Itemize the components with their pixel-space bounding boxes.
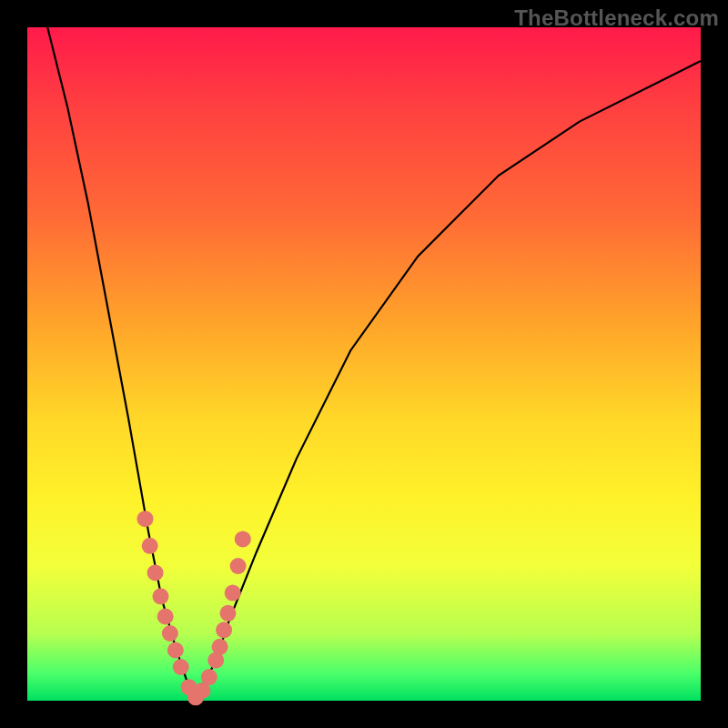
marker-group bbox=[137, 511, 251, 705]
bottleneck-curve bbox=[47, 27, 701, 701]
data-marker bbox=[235, 531, 251, 547]
data-marker bbox=[230, 558, 247, 574]
data-marker bbox=[167, 642, 184, 659]
data-marker bbox=[137, 511, 154, 527]
data-marker bbox=[142, 538, 158, 554]
data-marker bbox=[201, 669, 217, 685]
data-marker bbox=[225, 585, 241, 602]
data-marker bbox=[157, 609, 174, 625]
data-marker bbox=[147, 564, 164, 581]
chart-frame: TheBottleneck.com bbox=[0, 0, 728, 728]
data-marker bbox=[153, 588, 169, 604]
data-marker bbox=[216, 622, 232, 638]
data-marker bbox=[173, 659, 189, 675]
plot-area bbox=[27, 27, 701, 701]
curve-svg bbox=[27, 27, 701, 701]
data-marker bbox=[162, 625, 178, 642]
data-marker bbox=[212, 639, 228, 655]
data-marker bbox=[220, 605, 237, 622]
